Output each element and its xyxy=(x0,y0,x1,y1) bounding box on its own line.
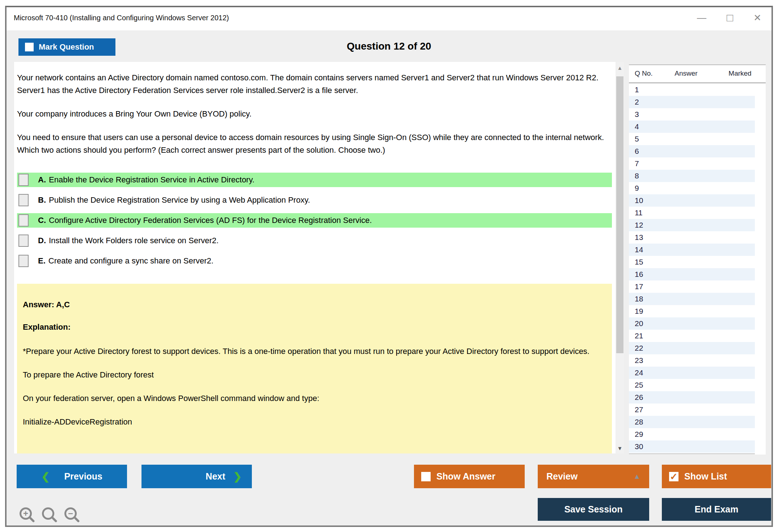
option-checkbox[interactable] xyxy=(18,194,29,206)
answer-options: A.Enable the Device Registration Service… xyxy=(17,173,612,268)
show-list-button[interactable]: Show List xyxy=(662,465,771,488)
column-qno: Q No. xyxy=(635,69,653,77)
zoom-icon[interactable] xyxy=(42,507,54,520)
question-list-row[interactable]: 3 xyxy=(629,108,755,121)
question-panel: Your network contains an Active Director… xyxy=(14,62,616,453)
answer-option[interactable]: D.Install the Work Folders role service … xyxy=(17,233,612,248)
question-list-row[interactable]: 24 xyxy=(629,367,755,379)
save-session-label: Save Session xyxy=(564,504,622,515)
answer-option[interactable]: E.Create and configure a sync share on S… xyxy=(17,254,612,268)
question-list-row[interactable]: 17 xyxy=(629,280,755,293)
question-list-row[interactable]: 10 xyxy=(629,194,755,207)
question-list-row[interactable]: 7 xyxy=(629,157,755,170)
question-list-row[interactable]: 28 xyxy=(629,416,755,428)
review-button[interactable]: Review ▲ xyxy=(538,465,649,488)
question-paragraph: Your company introduces a Bring Your Own… xyxy=(17,107,612,120)
title-bar: Microsoft 70-410 (Installing and Configu… xyxy=(7,7,771,30)
explanation-paragraph: To prepare the Active Directory forest xyxy=(23,368,605,381)
review-label: Review xyxy=(546,471,578,482)
explanation-paragraph: Initialize-ADDeviceRegistration xyxy=(23,415,605,428)
option-checkbox[interactable] xyxy=(18,214,29,227)
question-text: Your network contains an Active Director… xyxy=(17,71,612,156)
question-list-row[interactable]: 11 xyxy=(629,207,755,219)
question-paragraph: You need to ensure that users can use a … xyxy=(17,131,612,156)
zoom-out-icon[interactable]: − xyxy=(64,507,77,520)
question-counter: Question 12 of 20 xyxy=(7,41,771,52)
question-list-header: Q No. Answer Marked xyxy=(629,65,766,83)
question-list-row[interactable]: 1 xyxy=(629,84,755,96)
app-window: Microsoft 70-410 (Installing and Configu… xyxy=(5,6,773,527)
explanation-text: *Prepare your Active Directory forest to… xyxy=(23,345,605,428)
end-exam-button[interactable]: End Exam xyxy=(662,498,771,521)
question-list-row[interactable]: 13 xyxy=(629,231,755,244)
answer-option[interactable]: A.Enable the Device Registration Service… xyxy=(17,173,612,187)
question-list-row[interactable]: 19 xyxy=(629,305,755,317)
option-text: C.Configure Active Directory Federation … xyxy=(38,216,372,225)
scroll-down-icon[interactable]: ▼ xyxy=(616,445,624,451)
question-list-row[interactable]: 26 xyxy=(629,391,755,404)
question-list-row[interactable]: 18 xyxy=(629,293,755,305)
question-list-row[interactable]: 9 xyxy=(629,182,755,194)
question-list-row[interactable]: 27 xyxy=(629,404,755,416)
option-text: D.Install the Work Folders role service … xyxy=(38,236,219,245)
show-answer-button[interactable]: Show Answer xyxy=(414,465,525,488)
question-list-row[interactable]: 30 xyxy=(629,440,755,453)
question-list-row[interactable]: 15 xyxy=(629,256,755,268)
option-text: A.Enable the Device Registration Service… xyxy=(38,175,254,185)
show-answer-label: Show Answer xyxy=(436,471,495,482)
content-scrollbar[interactable]: ▲ ▼ xyxy=(616,62,624,453)
save-session-button[interactable]: Save Session xyxy=(538,498,649,521)
explanation-paragraph: *Prepare your Active Directory forest to… xyxy=(23,345,605,358)
minimize-icon[interactable]: — xyxy=(697,12,706,24)
question-list-row[interactable]: 16 xyxy=(629,268,755,280)
answer-option[interactable]: B.Publish the Device Registration Servic… xyxy=(17,193,612,207)
end-exam-label: End Exam xyxy=(695,504,739,515)
option-checkbox[interactable] xyxy=(18,255,29,267)
question-list-row[interactable]: 20 xyxy=(629,317,755,330)
question-list-row[interactable]: 5 xyxy=(629,133,755,145)
close-icon[interactable]: ✕ xyxy=(753,12,761,24)
answer-label: Answer: A,C xyxy=(23,300,605,309)
previous-label: Previous xyxy=(64,471,102,482)
show-list-checkbox[interactable] xyxy=(669,472,678,481)
next-button[interactable]: Next ❯ xyxy=(141,465,252,488)
show-list-label: Show List xyxy=(684,471,727,482)
next-label: Next xyxy=(206,471,225,482)
explanation-paragraph: On your federation server, open a Window… xyxy=(23,392,605,405)
option-checkbox[interactable] xyxy=(18,235,29,247)
column-marked: Marked xyxy=(720,69,760,77)
zoom-in-icon[interactable]: + xyxy=(20,507,32,520)
window-title: Microsoft 70-410 (Installing and Configu… xyxy=(14,14,229,22)
zoom-toolbar: + − xyxy=(20,507,77,520)
question-list-row[interactable]: 23 xyxy=(629,354,755,367)
question-list-row[interactable]: 22 xyxy=(629,342,755,354)
maximize-icon[interactable]: □ xyxy=(727,12,733,24)
question-paragraph: Your network contains an Active Director… xyxy=(17,71,612,97)
chevron-left-icon: ❮ xyxy=(41,470,50,482)
question-list-row[interactable]: 4 xyxy=(629,121,755,133)
option-text: E.Create and configure a sync share on S… xyxy=(38,256,213,266)
chevron-right-icon: ❯ xyxy=(233,470,242,482)
question-list-row[interactable]: 8 xyxy=(629,170,755,182)
option-text: B.Publish the Device Registration Servic… xyxy=(38,195,310,205)
content-scrollbar-thumb[interactable] xyxy=(616,76,623,353)
question-list-row[interactable]: 12 xyxy=(629,219,755,231)
answer-option[interactable]: C.Configure Active Directory Federation … xyxy=(17,213,612,228)
question-list-row[interactable]: 2 xyxy=(629,96,755,108)
explanation-label: Explanation: xyxy=(23,322,605,332)
previous-button[interactable]: ❮ Previous xyxy=(17,465,127,488)
triangle-up-icon: ▲ xyxy=(633,472,640,481)
show-answer-checkbox[interactable] xyxy=(421,472,431,481)
column-answer: Answer xyxy=(668,69,704,77)
question-list-row[interactable]: 25 xyxy=(629,379,755,391)
question-list: 1234567891011121314151617181920212223242… xyxy=(629,84,755,454)
question-list-row[interactable]: 14 xyxy=(629,244,755,256)
question-list-row[interactable]: 29 xyxy=(629,428,755,440)
option-checkbox[interactable] xyxy=(18,174,29,186)
question-list-row[interactable]: 21 xyxy=(629,330,755,342)
answer-explanation-panel: Answer: A,C Explanation: *Prepare your A… xyxy=(17,284,612,453)
question-list-panel: Q No. Answer Marked 12345678910111213141… xyxy=(629,64,766,455)
scroll-up-icon[interactable]: ▲ xyxy=(616,65,624,71)
question-list-row[interactable]: 6 xyxy=(629,145,755,157)
